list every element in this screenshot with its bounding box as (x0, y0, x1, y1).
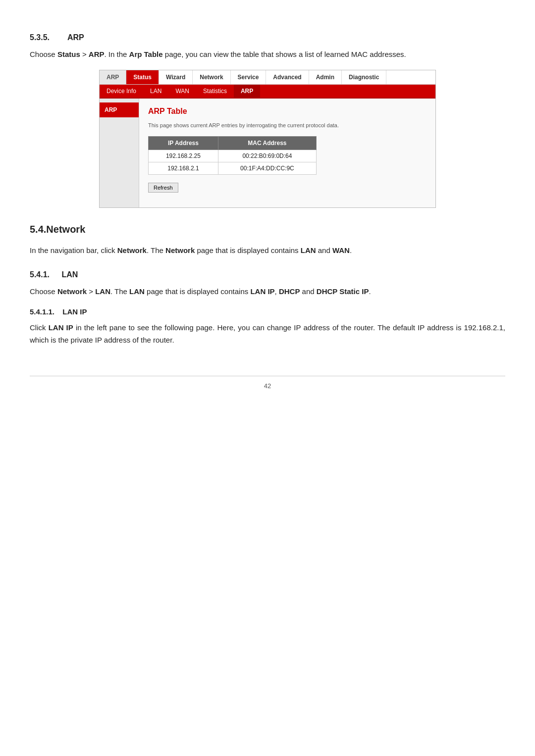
section-535-heading: 5.3.5. ARP (30, 32, 505, 44)
nav-bar: ARP Status Wizard Network Service Advanc… (100, 70, 435, 85)
sub-nav-statistics[interactable]: Statistics (196, 85, 234, 98)
nav-advanced[interactable]: Advanced (266, 70, 309, 84)
main-content: ARP Table This page shows current ARP en… (139, 99, 435, 207)
content-area: ARP ARP Table This page shows current AR… (100, 99, 435, 207)
section-54-heading: 5.4.Network (30, 222, 505, 237)
nav-diagnostic[interactable]: Diagnostic (342, 70, 386, 84)
col-header-mac: MAC Address (218, 137, 316, 150)
arp-table-container: IP Address MAC Address 192.168.2.25 00:2… (148, 136, 427, 175)
section-541-heading: 5.4.1. LAN (30, 269, 505, 281)
sub-nav-lan[interactable]: LAN (143, 85, 168, 98)
nav-admin[interactable]: Admin (309, 70, 342, 84)
page-footer: 42 (30, 376, 505, 391)
sub-nav-spacer (260, 85, 435, 98)
section-535-intro: Choose Status > ARP. In the Arp Table pa… (30, 49, 505, 61)
mac-row1: 00:22:B0:69:0D:64 (218, 150, 316, 162)
sub-nav-arp[interactable]: ARP (234, 85, 260, 98)
nav-service[interactable]: Service (231, 70, 267, 84)
nav-status[interactable]: Status (126, 70, 159, 84)
section-54-intro: In the navigation bar, click Network. Th… (30, 245, 505, 257)
refresh-button[interactable]: Refresh (148, 183, 178, 193)
nav-network[interactable]: Network (193, 70, 230, 84)
mac-row2: 00:1F:A4:DD:CC:9C (218, 162, 316, 175)
page-description: This page shows current ARP entries by i… (148, 121, 427, 130)
section-54: 5.4.Network In the navigation bar, click… (30, 222, 505, 257)
left-sidebar: ARP (100, 99, 139, 207)
nav-arp-label[interactable]: ARP (100, 70, 126, 84)
ip-row2: 192.168.2.1 (149, 162, 218, 175)
section-5411: 5.4.1.1. LAN IP Click LAN IP in the left… (30, 306, 505, 346)
page-title: ARP Table (148, 105, 427, 117)
section-5411-intro: Click LAN IP in the left pane to see the… (30, 322, 505, 347)
table-row: 192.168.2.25 00:22:B0:69:0D:64 (149, 150, 317, 162)
section-541: 5.4.1. LAN Choose Network > LAN. The LAN… (30, 269, 505, 298)
sub-nav-device-info[interactable]: Device Info (100, 85, 143, 98)
router-ui-screenshot: ARP Status Wizard Network Service Advanc… (99, 70, 436, 208)
arp-table: IP Address MAC Address 192.168.2.25 00:2… (148, 136, 317, 175)
section-541-intro: Choose Network > LAN. The LAN page that … (30, 286, 505, 298)
ip-row1: 192.168.2.25 (149, 150, 218, 162)
sub-nav-bar: Device Info LAN WAN Statistics ARP (100, 85, 435, 99)
table-row: 192.168.2.1 00:1F:A4:DD:CC:9C (149, 162, 317, 175)
section-5411-heading: 5.4.1.1. LAN IP (30, 306, 505, 318)
sidebar-arp[interactable]: ARP (100, 102, 139, 117)
section-535: 5.3.5. ARP Choose Status > ARP. In the A… (30, 32, 505, 208)
sub-nav-wan[interactable]: WAN (168, 85, 196, 98)
col-header-ip: IP Address (149, 137, 218, 150)
page-number: 42 (264, 382, 271, 390)
nav-wizard[interactable]: Wizard (159, 70, 193, 84)
